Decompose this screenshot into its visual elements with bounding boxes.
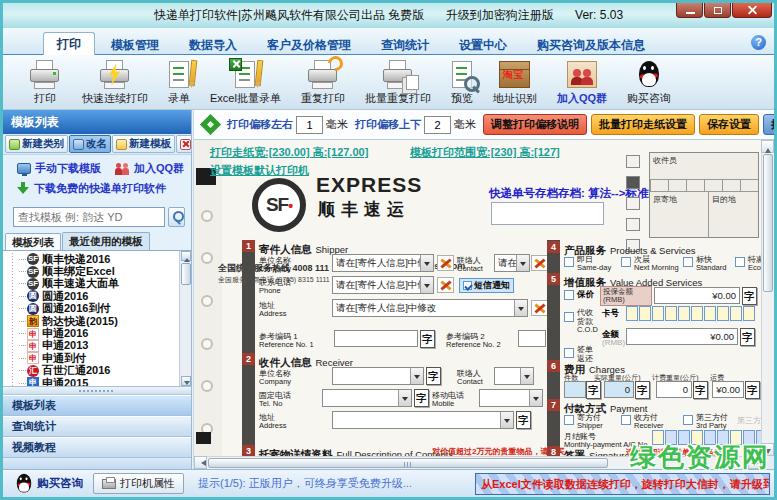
shipper-company-combo[interactable]: 请在[寄件人信息]中修 xyxy=(332,254,434,272)
rename-button[interactable]: 改名 xyxy=(69,135,111,153)
vertical-scroll-thumb[interactable] xyxy=(763,154,773,292)
receipt-return-checkbox[interactable] xyxy=(564,348,574,358)
print-button[interactable]: 打印 xyxy=(25,56,65,108)
join-qq-link[interactable]: 加入QQ群 xyxy=(134,161,184,176)
scroll-up-icon[interactable] xyxy=(761,140,774,153)
font-button[interactable]: 字 xyxy=(740,328,755,346)
tree-scrollbar[interactable] xyxy=(179,251,191,386)
receiver-company-combo[interactable] xyxy=(332,367,424,385)
charge-weight-input[interactable]: 0 xyxy=(656,381,692,398)
close-button[interactable] xyxy=(732,3,772,18)
search-input[interactable] xyxy=(13,207,165,227)
address-recognize-button[interactable]: 淘宝 地址识别 xyxy=(490,56,540,108)
scroll-down-icon[interactable] xyxy=(181,376,191,386)
receiver-contact-combo[interactable] xyxy=(494,367,534,385)
font-button[interactable]: 字 xyxy=(426,367,441,385)
reference2-input[interactable] xyxy=(518,330,546,347)
font-button[interactable]: 字 xyxy=(414,389,429,407)
tree-scroll-thumb[interactable] xyxy=(181,263,191,285)
offset-lr-input[interactable] xyxy=(296,116,323,134)
pieces-input[interactable] xyxy=(564,381,586,398)
reprint-button[interactable]: 重复打印 xyxy=(298,56,348,108)
clear-field-icon[interactable] xyxy=(531,255,548,271)
freight-input[interactable]: ¥0.00 xyxy=(712,381,744,398)
third-party-pay-checkbox[interactable] xyxy=(683,415,693,425)
tab-recent-templates[interactable]: 最近使用的模板 xyxy=(62,232,150,250)
clear-field-icon[interactable] xyxy=(531,300,548,316)
receiver-pay-checkbox[interactable] xyxy=(621,415,631,425)
shipper-address-combo[interactable]: 请在[寄件人信息]中修改 xyxy=(332,299,528,317)
default-printer-link[interactable]: 设置模板默认打印机 xyxy=(210,163,309,178)
sms-notify-checkbox[interactable]: 短信通知 xyxy=(459,278,514,293)
economy-checkbox[interactable] xyxy=(735,257,745,267)
horizontal-scroll-thumb[interactable] xyxy=(208,458,608,468)
tab-data-import[interactable]: 数据导入 xyxy=(175,33,251,54)
printer-properties-button[interactable]: 打印机属性 xyxy=(93,473,184,494)
help-icon[interactable]: ? xyxy=(751,35,766,50)
maximize-button[interactable] xyxy=(704,3,731,18)
shipper-phone-combo[interactable]: 请在[寄件人信息]中修 xyxy=(332,276,434,294)
list-item[interactable]: 申申通2015 xyxy=(19,377,179,387)
accordion-template-list[interactable]: 模板列表 xyxy=(3,395,191,416)
reference1-input[interactable] xyxy=(334,330,418,347)
insurance-checkbox[interactable] xyxy=(564,290,574,300)
corner-checkbox[interactable] xyxy=(626,155,640,168)
upgrade-marquee[interactable]: 从Excel文件读取数据连续打印，旋转打印大信封，请升级到注册版使用 xyxy=(475,473,770,495)
actual-weight-input[interactable]: 0 xyxy=(604,381,634,398)
font-button[interactable]: 字 xyxy=(516,411,531,429)
font-button[interactable]: 字 xyxy=(742,287,757,305)
preview-button[interactable]: 预览 xyxy=(448,56,476,108)
chevron-down-icon[interactable] xyxy=(410,368,423,384)
font-button[interactable]: 字 xyxy=(635,381,650,399)
buy-consult-button[interactable]: 购买咨询 xyxy=(624,56,674,108)
chevron-down-icon[interactable] xyxy=(529,390,542,406)
card-number-boxes[interactable] xyxy=(626,306,756,321)
tab-template-list[interactable]: 模板列表 xyxy=(5,233,61,250)
receiver-mobile-combo[interactable] xyxy=(479,389,543,407)
font-button[interactable]: 字 xyxy=(586,381,601,399)
adjust-offset-help-button[interactable]: 调整打印偏移说明 xyxy=(483,114,587,135)
chevron-down-icon[interactable] xyxy=(398,390,411,406)
tab-settings-center[interactable]: 设置中心 xyxy=(445,33,521,54)
quick-continuous-print-button[interactable]: 快速连续打印 xyxy=(79,56,151,108)
new-category-button[interactable]: 新建类别 xyxy=(5,135,68,153)
standard-checkbox[interactable] xyxy=(683,257,693,267)
search-icon[interactable] xyxy=(168,207,185,227)
next-morning-checkbox[interactable] xyxy=(621,257,631,267)
chevron-down-icon[interactable] xyxy=(500,412,513,428)
save-settings-button[interactable]: 保存设置 xyxy=(699,114,759,135)
corner-checkbox-filled[interactable] xyxy=(626,176,640,189)
paper-size-link[interactable]: 打印走纸宽:[230.00] 高:[127.00] xyxy=(210,145,368,160)
corner-checkbox[interactable] xyxy=(626,218,640,231)
font-button[interactable]: 字 xyxy=(745,381,760,399)
tracking-number-input[interactable] xyxy=(491,202,604,225)
excel-batch-entry-button[interactable]: Excel批量录单 xyxy=(207,56,284,108)
record-entry-button[interactable]: 录单 xyxy=(165,56,193,108)
tab-print[interactable]: 打印 xyxy=(43,32,95,55)
cod-amount-input[interactable]: ¥0.00 xyxy=(626,328,738,345)
buy-consult-status-button[interactable]: 购买咨询 xyxy=(13,470,83,497)
tab-buy-info[interactable]: 购买咨询及版本信息 xyxy=(523,33,659,54)
scroll-left-icon[interactable] xyxy=(194,456,207,469)
tab-query-stats[interactable]: 查询统计 xyxy=(367,33,443,54)
join-qq-group-button[interactable]: 加入QQ群 xyxy=(554,56,610,108)
shipper-contact-combo[interactable]: 请在[ xyxy=(494,254,530,272)
cod-checkbox[interactable] xyxy=(564,312,574,322)
tab-customer-price[interactable]: 客户及价格管理 xyxy=(253,33,365,54)
offset-ud-input[interactable] xyxy=(424,116,451,134)
clear-field-icon[interactable] xyxy=(437,277,454,293)
accordion-video-tutorial[interactable]: 视频教程 xyxy=(3,437,191,458)
delete-button[interactable]: 删除 xyxy=(176,135,191,153)
template-range-link[interactable]: 模板打印范围宽:[230] 高:[127] xyxy=(410,145,560,160)
batch-reprint-button[interactable]: 批量重复打印 xyxy=(362,56,434,108)
chevron-down-icon[interactable] xyxy=(516,255,529,271)
clear-field-icon[interactable] xyxy=(437,255,454,271)
chevron-down-icon[interactable] xyxy=(420,255,433,271)
new-template-button[interactable]: 新建模板 xyxy=(112,135,175,153)
same-day-checkbox[interactable] xyxy=(564,257,574,267)
chevron-down-icon[interactable] xyxy=(514,300,527,316)
free-download-link[interactable]: 下载免费的快递单打印软件 xyxy=(34,181,166,196)
font-button[interactable]: 字 xyxy=(420,330,435,348)
batch-font-button[interactable]: 批量设置字体 xyxy=(763,114,774,135)
font-button[interactable]: 字 xyxy=(693,381,708,399)
